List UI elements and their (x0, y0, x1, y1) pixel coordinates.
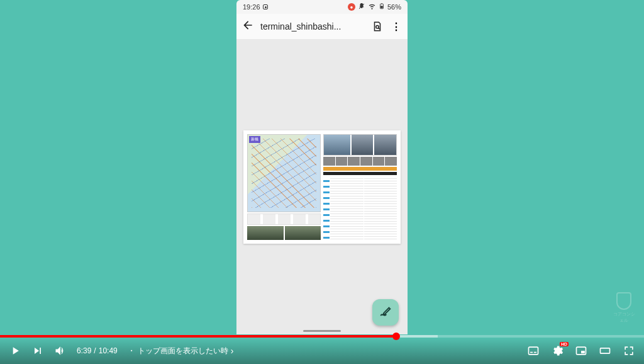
watermark-text: コアコンシェル (611, 311, 636, 324)
map-legend (247, 213, 321, 225)
timetable (323, 176, 397, 240)
document-title: terminal_shinbashi... (260, 21, 365, 31)
settings-button[interactable]: HD (551, 344, 564, 357)
chevron-right-icon: › (231, 346, 234, 356)
play-button[interactable] (9, 344, 21, 357)
mute-icon (358, 3, 365, 12)
svg-rect-2 (380, 6, 382, 8)
find-in-page-icon[interactable] (371, 20, 384, 33)
svg-line-5 (379, 28, 380, 29)
chapter-bullet: ・ (128, 346, 135, 356)
svg-rect-10 (581, 351, 585, 353)
hd-badge: HD (560, 342, 569, 346)
chapter-button[interactable]: ・ トップ画面を表示したい時 › (128, 346, 234, 356)
svg-rect-7 (530, 352, 533, 353)
svg-rect-3 (381, 3, 382, 4)
pdf-page: 新橋 (243, 130, 401, 244)
document-viewport[interactable]: 新橋 (236, 39, 408, 334)
theater-button[interactable] (599, 344, 611, 357)
screen-record-icon (263, 4, 268, 9)
miniplayer-button[interactable] (575, 344, 587, 357)
next-button[interactable] (31, 344, 44, 357)
wifi-icon (368, 2, 376, 12)
shield-icon (616, 292, 631, 310)
current-time: 6:39 (77, 346, 91, 355)
thumbnail-row (323, 157, 397, 166)
channel-watermark[interactable]: コアコンシェル (611, 292, 636, 324)
status-bar: 19:26 ● 56% (236, 0, 408, 14)
svg-rect-8 (534, 352, 536, 353)
edit-fab[interactable] (372, 299, 399, 326)
photo-strip (247, 226, 321, 240)
more-menu-icon[interactable]: ⋮ (390, 20, 402, 33)
fullscreen-button[interactable] (623, 344, 635, 357)
svg-rect-11 (601, 348, 610, 353)
location-photos (323, 134, 397, 156)
svg-rect-6 (529, 347, 538, 355)
recording-indicator-icon: ● (348, 3, 355, 11)
chapter-title: トップ画面を表示したい時 (138, 346, 228, 356)
battery-icon (379, 2, 385, 13)
map-area-label: 新橋 (249, 136, 260, 143)
back-icon[interactable] (242, 19, 254, 35)
phone-frame: 19:26 ● 56% terminal_shinba (236, 0, 408, 334)
player-controls: 6:39 / 10:49 ・ トップ画面を表示したい時 › HD (0, 338, 644, 364)
table-header-bar (323, 172, 397, 175)
duration: 10:49 (99, 346, 118, 355)
home-indicator (303, 330, 341, 332)
app-bar: terminal_shinbashi... ⋮ (236, 14, 408, 39)
volume-button[interactable] (54, 344, 67, 357)
section-header-bar (323, 167, 397, 171)
map-thumbnail: 新橋 (247, 134, 321, 212)
time-display: 6:39 / 10:49 (77, 346, 118, 355)
battery-percent: 56% (387, 3, 401, 11)
status-time: 19:26 (243, 3, 260, 11)
subtitles-button[interactable] (527, 344, 540, 357)
